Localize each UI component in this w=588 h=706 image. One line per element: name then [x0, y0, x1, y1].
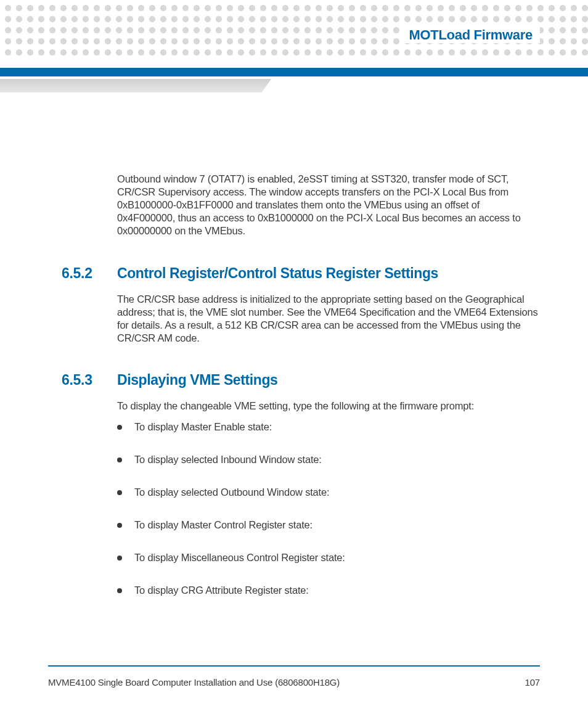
list-item: To display Master Control Register state… [117, 519, 539, 531]
page-footer: MVME4100 Single Board Computer Installat… [48, 677, 540, 688]
section-6-5-3: 6.5.3 Displaying VME Settings To display… [62, 372, 539, 596]
header-grey-wedge [0, 79, 271, 92]
list-item: To display selected Outbound Window stat… [117, 486, 539, 498]
section-heading: 6.5.3 Displaying VME Settings [62, 372, 539, 388]
section-6-5-2: 6.5.2 Control Register/Control Status Re… [62, 265, 539, 345]
list-item: To display CRG Attribute Register state: [117, 585, 539, 596]
bullet-list: To display Master Enable state: To displ… [117, 421, 539, 596]
footer-doc-title: MVME4100 Single Board Computer Installat… [48, 677, 340, 688]
footer-rule [48, 665, 540, 667]
section-title: Displaying VME Settings [117, 372, 277, 388]
page-content: Outbound window 7 (OTAT7) is enabled, 2e… [62, 173, 539, 617]
list-item: To display selected Inbound Window state… [117, 454, 539, 466]
section-body: To display the changeable VME setting, t… [117, 400, 539, 413]
header-blue-bar [0, 68, 588, 76]
section-number: 6.5.2 [62, 265, 100, 282]
list-item: To display Miscellaneous Control Registe… [117, 552, 539, 564]
running-header-title: MOTLoad Firmware [409, 27, 533, 43]
footer-page-number: 107 [525, 677, 540, 688]
section-heading: 6.5.2 Control Register/Control Status Re… [62, 265, 539, 282]
section-body: The CR/CSR base address is initialized t… [117, 293, 539, 345]
intro-paragraph: Outbound window 7 (OTAT7) is enabled, 2e… [117, 173, 539, 238]
section-title: Control Register/Control Status Register… [117, 265, 438, 282]
list-item: To display Master Enable state: [117, 421, 539, 433]
section-number: 6.5.3 [62, 372, 100, 388]
header-title-wrap: MOTLoad Firmware [401, 27, 540, 43]
